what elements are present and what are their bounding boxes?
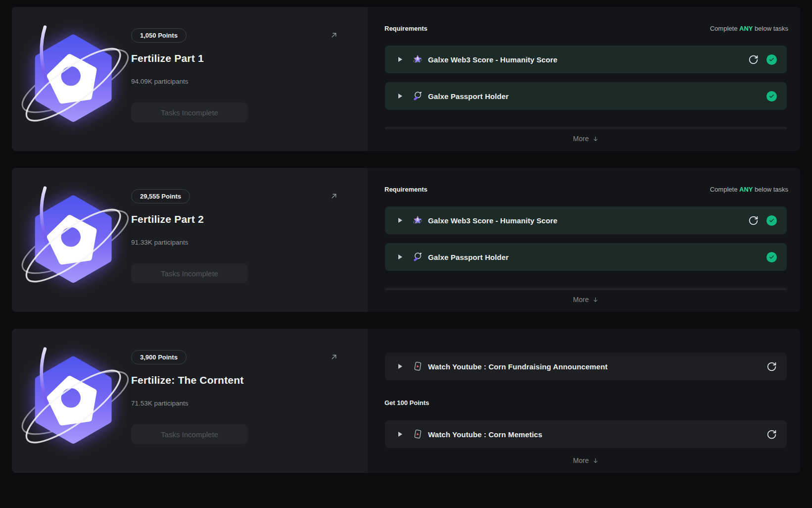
expand-caret-icon bbox=[398, 57, 402, 62]
down-arrow-icon bbox=[592, 297, 599, 303]
completed-check-icon bbox=[766, 252, 777, 262]
quest-title: Fertilize: The Corntent bbox=[131, 374, 243, 386]
quest-summary-pane: 3,900 Points Fertilize: The Corntent 71.… bbox=[12, 329, 368, 473]
complete-suffix: below tasks bbox=[755, 25, 788, 32]
task-label: Galxe Web3 Score - Humanity Score bbox=[428, 55, 557, 64]
requirements-heading: Requirements bbox=[384, 186, 428, 193]
galxe-web3-score-icon bbox=[412, 54, 423, 65]
quest-card-fertilize-part-1: 1,050 Points Fertilize Part 1 94.09K par… bbox=[12, 7, 800, 151]
more-label: More bbox=[573, 457, 589, 464]
task-label: Galxe Passport Holder bbox=[428, 92, 509, 101]
task-row[interactable]: Galxe Passport Holder bbox=[385, 243, 787, 271]
external-link-icon[interactable] bbox=[330, 192, 338, 201]
tasks-incomplete-button[interactable]: Tasks Incomplete bbox=[131, 102, 248, 122]
participants-count: 91.33K participants bbox=[131, 239, 189, 246]
refresh-icon[interactable] bbox=[766, 429, 777, 440]
tasks-incomplete-button[interactable]: Tasks Incomplete bbox=[131, 424, 248, 444]
task-label: Watch Youtube : Corn Fundraising Announc… bbox=[428, 362, 608, 371]
complete-keyword: ANY bbox=[739, 186, 753, 193]
quest-card-fertilize-the-corntent: 3,900 Points Fertilize: The Corntent 71.… bbox=[12, 329, 800, 473]
quest-summary-pane: 29,555 Points Fertilize Part 2 91.33K pa… bbox=[12, 168, 368, 312]
quest-title: Fertilize Part 2 bbox=[131, 213, 204, 225]
points-badge: 1,050 Points bbox=[131, 28, 187, 43]
external-link-icon[interactable] bbox=[330, 31, 338, 40]
complete-prefix: Complete bbox=[710, 25, 738, 32]
complete-any-note: Complete ANY below tasks bbox=[710, 186, 788, 193]
quest-title: Fertilize Part 1 bbox=[131, 52, 204, 64]
completed-check-icon bbox=[766, 91, 777, 102]
quest-card-fertilize-part-2: 29,555 Points Fertilize Part 2 91.33K pa… bbox=[12, 168, 800, 312]
requirements-pane: Watch Youtube : Corn Fundraising Announc… bbox=[368, 329, 800, 473]
requirements-pane: Requirements Complete ANY below tasks Ga… bbox=[368, 168, 800, 312]
expand-caret-icon bbox=[398, 364, 402, 369]
quest-hexagon-artwork bbox=[14, 339, 135, 459]
complete-prefix: Complete bbox=[710, 186, 738, 193]
expand-caret-icon bbox=[398, 254, 402, 259]
completed-check-icon bbox=[766, 54, 777, 65]
more-label: More bbox=[573, 296, 589, 304]
next-task-row-partial bbox=[385, 288, 787, 290]
task-row[interactable]: Galxe Web3 Score - Humanity Score bbox=[385, 206, 787, 234]
task-row[interactable]: Watch Youtube : Corn Memetics bbox=[385, 420, 787, 448]
points-section-heading: Get 100 Points bbox=[384, 399, 429, 406]
next-task-row-partial bbox=[385, 127, 787, 129]
refresh-icon[interactable] bbox=[766, 361, 777, 372]
more-link[interactable]: More bbox=[385, 295, 787, 305]
quest-summary-pane: 1,050 Points Fertilize Part 1 94.09K par… bbox=[12, 7, 368, 151]
participants-count: 94.09K participants bbox=[131, 78, 189, 85]
quest-hexagon-artwork bbox=[14, 17, 135, 138]
external-link-icon[interactable] bbox=[330, 353, 338, 361]
galxe-web3-score-icon bbox=[412, 215, 423, 226]
points-badge: 29,555 Points bbox=[131, 189, 190, 203]
task-label: Watch Youtube : Corn Memetics bbox=[428, 430, 542, 439]
task-row[interactable]: Watch Youtube : Corn Fundraising Announc… bbox=[385, 353, 787, 380]
complete-suffix: below tasks bbox=[755, 186, 788, 193]
down-arrow-icon bbox=[592, 457, 599, 464]
expand-caret-icon bbox=[398, 94, 402, 99]
galxe-passport-icon bbox=[412, 252, 423, 262]
task-label: Galxe Passport Holder bbox=[428, 253, 509, 261]
expand-caret-icon bbox=[398, 432, 402, 437]
expand-caret-icon bbox=[398, 218, 402, 223]
task-row[interactable]: Galxe Passport Holder bbox=[385, 82, 787, 110]
refresh-icon[interactable] bbox=[748, 54, 759, 65]
points-badge: 3,900 Points bbox=[131, 350, 187, 364]
completed-check-icon bbox=[766, 215, 777, 226]
refresh-icon[interactable] bbox=[748, 215, 759, 226]
youtube-icon bbox=[412, 361, 423, 372]
complete-any-note: Complete ANY below tasks bbox=[710, 25, 788, 32]
more-label: More bbox=[573, 135, 589, 143]
galxe-passport-icon bbox=[412, 91, 423, 102]
requirements-pane: Requirements Complete ANY below tasks Ga… bbox=[368, 7, 800, 151]
quest-hexagon-artwork bbox=[14, 178, 135, 299]
participants-count: 71.53K participants bbox=[131, 400, 189, 407]
more-link[interactable]: More bbox=[385, 134, 787, 144]
tasks-incomplete-button[interactable]: Tasks Incomplete bbox=[131, 263, 248, 283]
down-arrow-icon bbox=[592, 136, 599, 142]
task-label: Galxe Web3 Score - Humanity Score bbox=[428, 216, 557, 225]
youtube-icon bbox=[412, 429, 423, 440]
task-row[interactable]: Galxe Web3 Score - Humanity Score bbox=[385, 46, 787, 73]
complete-keyword: ANY bbox=[739, 25, 753, 32]
requirements-heading: Requirements bbox=[384, 25, 428, 32]
more-link[interactable]: More bbox=[385, 456, 787, 465]
